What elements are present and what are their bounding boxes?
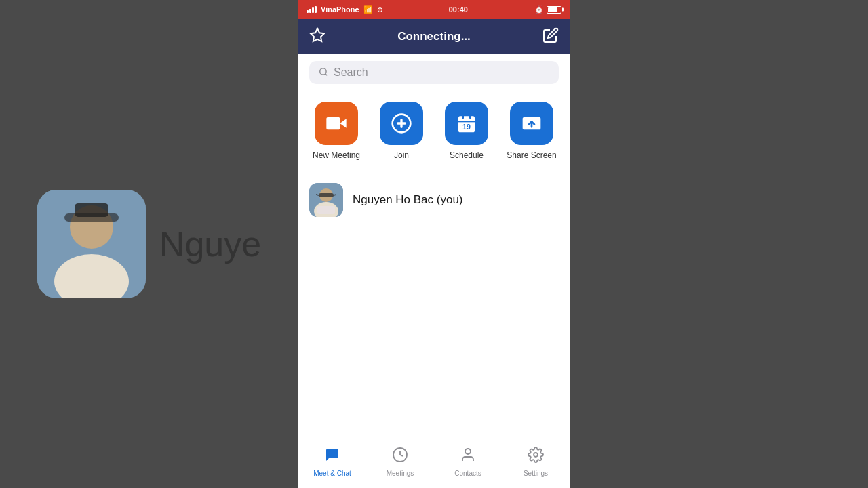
background-name: Nguye <box>159 224 261 264</box>
background-right <box>570 0 868 488</box>
schedule-button[interactable]: 19 Schedule <box>439 102 494 160</box>
search-container: Search <box>298 54 570 91</box>
edit-icon[interactable] <box>542 27 559 47</box>
carrier-name: VinaPhone <box>321 5 359 14</box>
contact-item[interactable]: Nguyen Ho Bac (you) <box>298 176 570 224</box>
signal-icon <box>307 6 317 13</box>
status-time: 00:40 <box>449 5 468 14</box>
wifi-icon: 📶 <box>363 5 373 14</box>
new-meeting-button[interactable]: New Meeting <box>309 102 363 160</box>
header-title: Connecting... <box>397 30 471 43</box>
meetings-label: Meetings <box>387 470 414 477</box>
join-label: Join <box>394 150 409 160</box>
favorites-icon[interactable] <box>309 27 326 47</box>
share-screen-icon-bg <box>510 102 553 145</box>
join-button[interactable]: Join <box>374 102 429 160</box>
svg-line-25 <box>334 195 336 195</box>
background-avatar <box>37 190 146 298</box>
schedule-icon-bg: 19 <box>445 102 488 145</box>
new-meeting-label: New Meeting <box>313 150 360 160</box>
share-screen-button[interactable]: Share Screen <box>505 102 559 160</box>
app-header: Connecting... <box>298 19 570 54</box>
svg-text:19: 19 <box>462 123 471 131</box>
svg-rect-23 <box>319 193 334 197</box>
contact-name: Nguyen Ho Bac (you) <box>353 193 463 207</box>
phone-frame: VinaPhone 📶 ⊙ 00:40 ⏰ Connecting... <box>298 0 570 488</box>
status-bar: VinaPhone 📶 ⊙ 00:40 ⏰ <box>298 0 570 19</box>
contacts-label: Contacts <box>454 470 481 477</box>
share-screen-label: Share Screen <box>507 150 556 160</box>
schedule-label: Schedule <box>450 150 484 160</box>
svg-line-7 <box>326 73 328 75</box>
contacts-icon <box>460 447 476 467</box>
background-left: Nguye <box>0 0 298 488</box>
nav-settings[interactable]: Settings <box>509 447 563 477</box>
battery-icon <box>547 6 561 14</box>
alarm-icon: ⏰ <box>534 5 544 14</box>
nav-meet-chat[interactable]: Meet & Chat <box>305 447 359 477</box>
svg-rect-8 <box>326 117 340 130</box>
settings-label: Settings <box>524 470 548 477</box>
settings-icon <box>528 447 544 467</box>
svg-point-29 <box>534 453 538 457</box>
status-right: ⏰ <box>534 5 561 14</box>
meet-chat-label: Meet & Chat <box>313 470 351 477</box>
status-left: VinaPhone 📶 ⊙ <box>307 5 382 14</box>
contacts-list: Nguyen Ho Bac (you) <box>298 171 570 441</box>
svg-point-28 <box>465 449 471 454</box>
svg-line-24 <box>316 195 319 195</box>
meet-chat-icon <box>324 447 340 467</box>
search-icon <box>319 67 328 79</box>
join-icon-bg <box>380 102 423 145</box>
quick-actions: New Meeting Join 19 <box>298 91 570 171</box>
meetings-icon <box>392 447 408 467</box>
contact-avatar <box>309 183 343 217</box>
svg-rect-26 <box>317 206 335 214</box>
activity-icon: ⊙ <box>377 6 382 14</box>
svg-point-6 <box>320 68 326 74</box>
nav-meetings[interactable]: Meetings <box>373 447 427 477</box>
svg-rect-4 <box>64 214 119 222</box>
search-placeholder: Search <box>334 66 368 79</box>
new-meeting-icon-bg <box>315 102 358 145</box>
nav-contacts[interactable]: Contacts <box>441 447 495 477</box>
bottom-nav: Meet & Chat Meetings Contacts <box>298 441 570 488</box>
search-bar[interactable]: Search <box>309 61 559 84</box>
svg-marker-5 <box>311 28 324 41</box>
